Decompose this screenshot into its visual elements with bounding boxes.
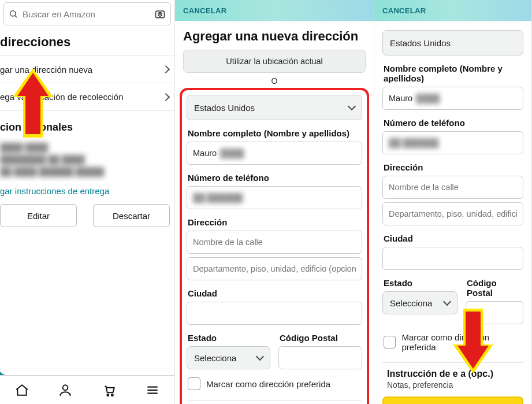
- apt-input[interactable]: [187, 257, 362, 280]
- menu-icon[interactable]: [145, 383, 160, 398]
- zip-label: Código Postal: [278, 325, 362, 346]
- preferred-checkbox-row[interactable]: Marcar como dirección preferida: [382, 324, 523, 360]
- phone-label: Número de teléfono: [187, 165, 362, 186]
- top-bar: CANCELAR: [374, 0, 531, 21]
- home-icon[interactable]: [14, 383, 29, 398]
- camera-icon[interactable]: [154, 8, 166, 20]
- row-label: ega va ubicación de recolección: [0, 92, 123, 102]
- edit-button[interactable]: Editar: [0, 204, 77, 227]
- personal-heading: cion ersonales: [0, 111, 174, 139]
- svg-point-5: [63, 385, 68, 390]
- address-label: Dirección: [187, 209, 362, 231]
- fullname-label: Nombre completo (Nombre y apellidos): [187, 120, 362, 142]
- cancel-link[interactable]: CANCELAR: [183, 6, 226, 15]
- panel-add-address-form: CANCELAR Agregar una nueva dirección Uti…: [175, 0, 374, 404]
- checkbox-icon[interactable]: [188, 377, 200, 390]
- city-input[interactable]: [382, 247, 523, 270]
- address-label: Dirección: [382, 154, 523, 176]
- preferred-label: Marcar como dirección preferida: [401, 332, 522, 352]
- discard-button[interactable]: Descartar: [93, 204, 170, 227]
- chevron-down-icon: [443, 298, 451, 306]
- row-label: gar una dirección nueva: [0, 65, 92, 75]
- country-select[interactable]: Estados Unidos: [187, 95, 362, 120]
- panel-add-address-scroll: CANCELAR Estados Unidos Nombre completo …: [374, 0, 532, 404]
- cancel-link[interactable]: CANCELAR: [382, 6, 426, 15]
- preferred-checkbox-row[interactable]: Marcar como dirección preferida: [187, 369, 362, 398]
- addresses-heading: direcciones: [0, 28, 174, 55]
- add-delivery-instructions-link[interactable]: gar instrucciones de entrega: [0, 183, 174, 204]
- state-select[interactable]: Selecciona: [382, 291, 457, 314]
- search-input[interactable]: [23, 9, 154, 19]
- city-input[interactable]: [187, 302, 362, 325]
- phone-input[interactable]: ██ ██████: [382, 131, 523, 154]
- search-bar[interactable]: [3, 2, 171, 25]
- state-label: Estado: [187, 325, 270, 346]
- street-input[interactable]: [382, 176, 523, 199]
- phone-input[interactable]: ██ ██████: [187, 186, 362, 209]
- use-current-location-button[interactable]: Utilizar la ubicación actual: [183, 50, 366, 73]
- svg-point-0: [10, 11, 16, 16]
- city-label: Ciudad: [382, 225, 523, 247]
- chevron-down-icon: [256, 353, 264, 361]
- or-divider: O: [175, 73, 374, 87]
- fullname-input[interactable]: Mauro████: [382, 87, 523, 110]
- search-icon: [9, 9, 18, 18]
- svg-point-7: [111, 394, 113, 396]
- preferred-label: Marcar como dirección preferida: [206, 379, 330, 389]
- zip-input[interactable]: [278, 346, 362, 369]
- svg-point-6: [107, 394, 109, 396]
- zip-input[interactable]: [466, 301, 523, 324]
- street-input[interactable]: [187, 231, 362, 254]
- checkbox-icon[interactable]: [384, 336, 396, 349]
- delivery-instructions-row[interactable]: Instrucción de e a (opc.) Notas, prefere…: [382, 362, 523, 390]
- apt-input[interactable]: [382, 202, 523, 225]
- panel-addresses: direcciones gar una dirección nueva ega …: [0, 0, 175, 404]
- country-select[interactable]: Estados Unidos: [382, 30, 523, 55]
- bottom-nav: [0, 375, 174, 404]
- add-new-address-row[interactable]: gar una dirección nueva: [0, 55, 174, 83]
- chevron-right-icon: [162, 65, 170, 73]
- cart-icon[interactable]: [102, 383, 117, 398]
- personal-info-blurred: ████ ████ ████████ ██ ████ ██ ████ █████…: [0, 139, 174, 183]
- highlighted-form: Estados Unidos Nombre completo (Nombre y…: [180, 88, 369, 404]
- state-select[interactable]: Selecciona: [187, 346, 270, 369]
- chevron-right-icon: [162, 92, 170, 101]
- svg-point-4: [159, 14, 161, 15]
- add-address-button[interactable]: Agrega una dirección: [382, 396, 523, 404]
- user-icon[interactable]: [58, 383, 73, 398]
- page-title: Agregar una nueva dirección: [175, 21, 374, 50]
- top-bar: CANCELAR: [175, 0, 374, 21]
- chevron-down-icon: [348, 102, 356, 110]
- country-value: Estados Unidos: [194, 103, 255, 113]
- fullname-label: Nombre completo (Nombre y apellidos): [382, 55, 523, 87]
- city-label: Ciudad: [187, 280, 362, 302]
- delivery-instructions-row[interactable]: Instrucción de entrega (opc.) Notas, pre…: [187, 401, 362, 404]
- fullname-input[interactable]: Mauro████: [187, 142, 362, 165]
- add-pickup-location-row[interactable]: ega va ubicación de recolección: [0, 83, 174, 111]
- phone-label: Número de teléfono: [382, 110, 523, 131]
- svg-line-1: [15, 16, 17, 17]
- country-value: Estados Unidos: [390, 38, 451, 48]
- state-label: Estado: [382, 270, 457, 291]
- zip-label: Código Postal: [466, 270, 523, 301]
